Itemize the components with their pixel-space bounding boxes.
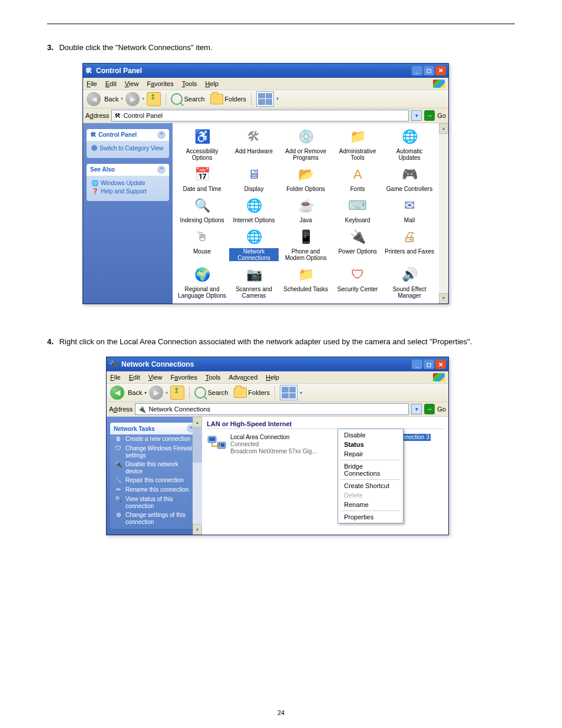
cp-titlebar[interactable]: 🛠 Control Panel _ ◻ ✕ (83, 64, 448, 78)
network-tasks-header[interactable]: Network Tasks ⌃ (110, 423, 199, 434)
cp-item-display[interactable]: 🖥Display (228, 164, 280, 193)
cp-item-accessibility-options[interactable]: ♿Accessibility Options (176, 127, 228, 162)
vertical-scrollbar[interactable]: ▴ ▾ (439, 123, 448, 304)
context-menu-item-delete: Delete (338, 490, 403, 500)
context-menu-item-bridge-connections[interactable]: Bridge Connections (338, 462, 403, 478)
address-input[interactable]: 🛠 Control Panel (111, 110, 409, 121)
context-menu-item-create-shortcut[interactable]: Create Shortcut (338, 481, 403, 490)
cp-item-game-controllers[interactable]: 🎮Game Controllers (384, 164, 435, 193)
scroll-thumb[interactable] (193, 427, 202, 463)
context-menu-item-disable[interactable]: Disable (338, 430, 403, 440)
network-task-1[interactable]: 🛡Change Windows Firewall settings (110, 444, 199, 460)
scroll-down-button[interactable]: ▾ (439, 293, 448, 304)
menu-advanced[interactable]: Advanced (229, 374, 257, 381)
cp-addressbar: Address 🛠 Control Panel ▾ → Go (83, 108, 448, 123)
cp-item-java[interactable]: ☕Java (280, 196, 332, 225)
menu-view[interactable]: View (148, 374, 163, 381)
cp-item-printers-and-faxes[interactable]: 🖨Printers and Faxes (384, 227, 435, 262)
folders-button[interactable]: Folders (210, 94, 246, 104)
forward-button[interactable]: ▶ (125, 92, 140, 106)
menu-tools[interactable]: Tools (182, 80, 197, 87)
cp-item-mouse[interactable]: 🖱Mouse (176, 227, 228, 262)
address-input[interactable]: 🔌 Network Connections (135, 403, 409, 415)
maximize-button[interactable]: ◻ (424, 66, 434, 75)
context-menu-item-status[interactable]: Status (338, 440, 403, 449)
menu-edit[interactable]: Edit (129, 374, 140, 381)
network-task-5[interactable]: 🔍View status of this connection (110, 495, 199, 510)
network-task-0[interactable]: 🗎Create a new connection (110, 434, 199, 444)
cp-toolbar: ◀ Back ▾ ▶ ▾ Search Folders ▾ (83, 90, 448, 108)
menu-tools[interactable]: Tools (206, 374, 221, 381)
menu-help[interactable]: Help (205, 80, 219, 87)
network-task-3[interactable]: 🔧Repair this connection (110, 476, 199, 485)
views-button[interactable] (280, 385, 297, 400)
cp-item-scanners-and-cameras[interactable]: 📷Scanners and Cameras (228, 265, 280, 300)
cp-item-keyboard[interactable]: ⌨Keyboard (332, 196, 384, 225)
cp-item-label: Keyboard (345, 217, 371, 223)
cp-item-add-or-remove-programs[interactable]: 💿Add or Remove Programs (280, 127, 332, 162)
go-button[interactable]: → (424, 404, 435, 414)
cp-item-automatic-updates[interactable]: 🌐Automatic Updates (384, 127, 435, 162)
cp-item-network-connections[interactable]: 🌐Network Connections (228, 227, 280, 262)
cp-item-phone-and-modem-options[interactable]: 📱Phone and Modem Options (280, 227, 332, 262)
views-button[interactable] (256, 91, 274, 107)
scroll-up-button[interactable]: ▴ (193, 417, 202, 427)
cp-item-mail[interactable]: ✉Mail (384, 196, 435, 225)
connection-item-1[interactable]: Local Area Connection Connected Broadcom… (207, 434, 317, 455)
cp-item-internet-options[interactable]: 🌐Internet Options (228, 196, 280, 225)
cp-item-icon: 📷 (244, 266, 263, 285)
back-button[interactable]: ◀ (87, 92, 101, 106)
switch-category-view-link[interactable]: Switch to Category View (91, 145, 164, 151)
context-menu-item-properties[interactable]: Properties (338, 512, 403, 522)
cp-item-add-hardware[interactable]: 🛠Add Hardware (228, 127, 280, 162)
menu-edit[interactable]: Edit (105, 80, 117, 87)
maximize-button[interactable]: ◻ (424, 360, 434, 369)
menu-help[interactable]: Help (266, 374, 279, 381)
close-button[interactable]: ✕ (435, 66, 446, 75)
cp-item-power-options[interactable]: 🔌Power Options (332, 227, 384, 262)
cp-item-security-center[interactable]: 🛡Security Center (332, 265, 384, 300)
cp-item-scheduled-tasks[interactable]: 📁Scheduled Tasks (280, 265, 332, 300)
forward-button[interactable]: ▶ (149, 386, 163, 400)
cp-item-administrative-tools[interactable]: 📁Administrative Tools (332, 127, 384, 162)
cp-item-date-and-time[interactable]: 📅Date and Time (176, 164, 228, 193)
cp-item-sound-effect-manager[interactable]: 🔊Sound Effect Manager (384, 265, 435, 300)
context-menu-item-rename[interactable]: Rename (338, 500, 403, 509)
folders-button[interactable]: Folders (234, 387, 270, 398)
network-task-6[interactable]: ⚙Change settings of this connection (110, 510, 199, 526)
cp-item-regional-and-language-options[interactable]: 🌍Regional and Language Options (176, 265, 228, 300)
go-button[interactable]: → (424, 110, 435, 121)
menu-file[interactable]: File (87, 80, 97, 87)
nc-titlebar[interactable]: 🔌 Network Connections _ ◻ ✕ (107, 357, 448, 371)
up-button[interactable] (147, 92, 161, 106)
cp-panel1-header[interactable]: 🛠Control Panel ⌃ (87, 129, 169, 141)
sidebar-scrollbar[interactable]: ▴ ▾ (193, 417, 202, 535)
minimize-button[interactable]: _ (412, 66, 422, 75)
scroll-down-button[interactable]: ▾ (193, 524, 202, 535)
network-task-4[interactable]: ✏Rename this connection (110, 485, 199, 495)
cp-item-fonts[interactable]: AFonts (332, 164, 384, 193)
cp-item-folder-options[interactable]: 📂Folder Options (280, 164, 332, 193)
menu-view[interactable]: View (125, 80, 139, 87)
search-button[interactable]: Search (194, 387, 228, 398)
network-task-2[interactable]: 🔌Disable this network device (110, 460, 199, 476)
menu-favorites[interactable]: Favorites (170, 374, 197, 381)
menu-favorites[interactable]: Favorites (147, 80, 173, 87)
cp-item-indexing-options[interactable]: 🔍Indexing Options (176, 196, 228, 225)
search-button[interactable]: Search (171, 93, 204, 105)
back-button[interactable]: ◀ (110, 386, 124, 400)
minimize-button[interactable]: _ (412, 360, 422, 369)
menu-file[interactable]: File (110, 374, 121, 381)
help-support-link[interactable]: ❓ Help and Support (91, 188, 164, 195)
context-menu[interactable]: DisableStatusRepairBridge ConnectionsCre… (338, 429, 404, 523)
context-menu-item-repair[interactable]: Repair (338, 449, 403, 459)
windows-update-link[interactable]: 🌐 Windows Update (91, 180, 164, 186)
address-dropdown[interactable]: ▾ (411, 404, 422, 414)
address-dropdown[interactable]: ▾ (411, 110, 422, 121)
close-button[interactable]: ✕ (435, 360, 446, 369)
up-button[interactable] (170, 386, 184, 400)
scroll-up-button[interactable]: ▴ (439, 123, 448, 134)
cp-item-icon: 🎮 (400, 166, 419, 185)
cp-panel2-header[interactable]: See Also ⌃ (87, 164, 169, 176)
cp-item-label: Date and Time (183, 186, 221, 192)
